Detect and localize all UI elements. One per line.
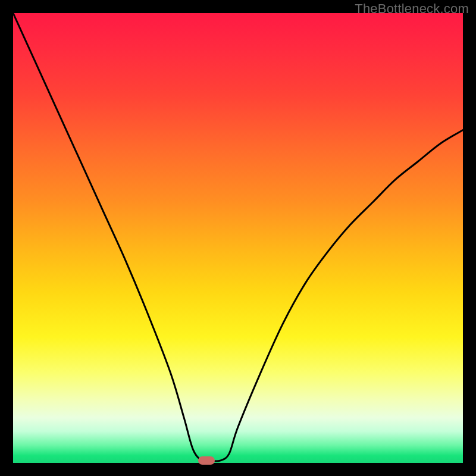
plot-area	[13, 13, 463, 463]
chart-frame: TheBottleneck.com	[0, 0, 476, 476]
bottleneck-curve	[13, 13, 463, 463]
optimal-point-marker	[198, 456, 215, 465]
